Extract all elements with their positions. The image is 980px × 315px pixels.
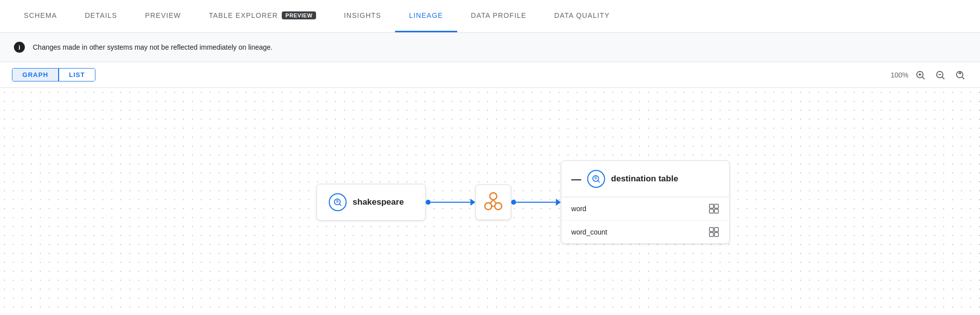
- tab-data-quality[interactable]: DATA QUALITY: [540, 0, 624, 32]
- svg-rect-25: [715, 204, 719, 208]
- zoom-level-label: 100%: [891, 71, 908, 79]
- svg-rect-29: [715, 228, 719, 232]
- lineage-graph: shakespeare: [317, 160, 730, 244]
- table-search-icon: [333, 197, 343, 207]
- field-link-icon-word: [709, 203, 720, 214]
- zoom-in-button[interactable]: [912, 67, 928, 83]
- tab-schema[interactable]: SCHEMA: [10, 0, 71, 32]
- tab-table-explorer[interactable]: TABLE EXPLORER PREVIEW: [195, 0, 330, 32]
- tab-table-explorer-label: TABLE EXPLORER: [209, 11, 278, 19]
- dest-field-row-word-count[interactable]: word_count: [562, 221, 730, 243]
- svg-rect-22: [594, 179, 597, 179]
- svg-rect-31: [715, 233, 719, 236]
- connector-arrow-2: [556, 199, 561, 206]
- svg-rect-12: [336, 200, 338, 200]
- lineage-canvas[interactable]: shakespeare: [0, 88, 980, 315]
- dest-table-search-icon: [591, 174, 601, 184]
- tab-insights[interactable]: INSIGHTS: [330, 0, 395, 32]
- dest-field-word-icon: [709, 203, 720, 214]
- tab-details[interactable]: DETAILS: [71, 0, 131, 32]
- zoom-reset-icon: [955, 70, 966, 80]
- controls-bar: GRAPH LIST 100%: [0, 62, 980, 88]
- svg-point-14: [485, 203, 492, 210]
- zoom-controls: 100%: [891, 67, 968, 83]
- info-icon: i: [14, 42, 25, 53]
- svg-rect-26: [710, 209, 714, 213]
- svg-rect-10: [336, 201, 338, 202]
- tab-data-profile[interactable]: DATA PROFILE: [457, 0, 541, 32]
- svg-rect-11: [336, 202, 338, 203]
- connector-line-1: [431, 202, 471, 203]
- svg-line-3: [922, 77, 924, 79]
- connector-dot-right: [511, 200, 516, 205]
- tab-lineage[interactable]: LINEAGE: [395, 0, 457, 32]
- graph-toggle-button[interactable]: GRAPH: [12, 69, 58, 81]
- dest-field-word-label: word: [572, 205, 586, 213]
- zoom-reset-button[interactable]: [952, 67, 968, 83]
- transform-icon: [483, 191, 504, 213]
- dest-field-row-word[interactable]: word: [562, 197, 730, 221]
- svg-rect-24: [710, 204, 714, 208]
- svg-rect-30: [710, 233, 714, 236]
- source-node-label: shakespeare: [353, 197, 404, 207]
- svg-line-20: [598, 181, 599, 182]
- connector-transform-dest: [511, 199, 561, 206]
- destination-node[interactable]: — destination table word: [561, 160, 730, 244]
- source-node[interactable]: shakespeare: [317, 184, 426, 221]
- connector-arrow-1: [471, 199, 476, 206]
- zoom-out-button[interactable]: [932, 67, 948, 83]
- svg-line-16: [490, 200, 493, 203]
- svg-point-15: [495, 203, 502, 210]
- preview-badge-pill: PREVIEW: [282, 11, 316, 19]
- dest-field-word-count-label: word_count: [572, 228, 607, 236]
- destination-fields: word word_count: [562, 197, 730, 243]
- field-link-icon-word-count: [709, 227, 720, 237]
- zoom-out-icon: [935, 70, 946, 80]
- svg-rect-21: [594, 178, 597, 178]
- connector-line-2: [516, 202, 556, 203]
- dest-field-word-count-icon: [709, 227, 720, 237]
- transform-node[interactable]: [476, 184, 511, 220]
- info-banner: i Changes made in other systems may not …: [0, 33, 980, 62]
- dash-icon: —: [572, 173, 581, 185]
- svg-rect-28: [710, 228, 714, 232]
- list-toggle-button[interactable]: LIST: [59, 69, 95, 81]
- svg-line-17: [493, 200, 496, 203]
- dest-table-icon: [587, 170, 605, 188]
- svg-rect-27: [715, 209, 719, 213]
- svg-point-13: [490, 193, 497, 200]
- zoom-in-icon: [915, 70, 926, 80]
- view-toggle-group: GRAPH LIST: [12, 68, 95, 81]
- connector-dot-left: [426, 200, 431, 205]
- tab-preview[interactable]: PREVIEW: [131, 0, 195, 32]
- tab-bar: SCHEMA DETAILS PREVIEW TABLE EXPLORER PR…: [0, 0, 980, 33]
- destination-node-header: — destination table: [562, 161, 730, 197]
- info-message: Changes made in other systems may not be…: [33, 43, 272, 51]
- svg-line-9: [339, 204, 341, 206]
- svg-line-6: [942, 77, 944, 79]
- connector-source-transform: [426, 199, 476, 206]
- destination-node-label: destination table: [611, 174, 678, 184]
- source-table-icon: [329, 193, 347, 211]
- svg-rect-23: [594, 176, 597, 177]
